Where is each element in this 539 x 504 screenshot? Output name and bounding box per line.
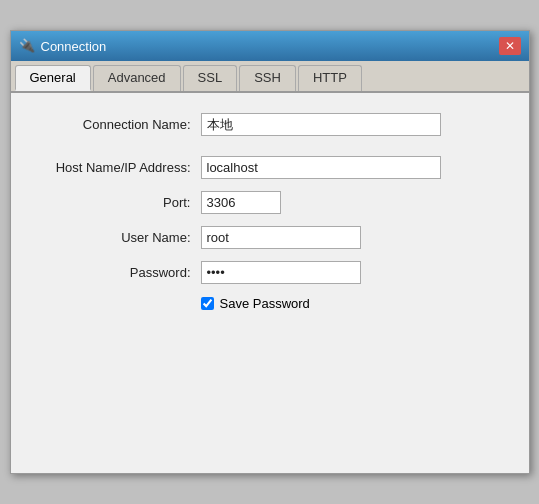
port-input[interactable] — [201, 191, 281, 214]
password-label: Password: — [31, 265, 201, 280]
tab-ssh[interactable]: SSH — [239, 65, 296, 91]
tab-general[interactable]: General — [15, 65, 91, 91]
tab-bar: General Advanced SSL SSH HTTP — [11, 61, 529, 93]
username-row: User Name: — [31, 226, 509, 249]
tab-ssl[interactable]: SSL — [183, 65, 238, 91]
username-input[interactable] — [201, 226, 361, 249]
save-password-label: Save Password — [220, 296, 310, 311]
password-row: Password: — [31, 261, 509, 284]
close-button[interactable]: ✕ — [499, 37, 521, 55]
port-row: Port: — [31, 191, 509, 214]
tab-advanced[interactable]: Advanced — [93, 65, 181, 91]
username-label: User Name: — [31, 230, 201, 245]
connection-dialog: 🔌 Connection ✕ General Advanced SSL SSH … — [10, 30, 530, 474]
host-input[interactable] — [201, 156, 441, 179]
tab-http[interactable]: HTTP — [298, 65, 362, 91]
host-row: Host Name/IP Address: — [31, 156, 509, 179]
port-label: Port: — [31, 195, 201, 210]
title-bar-left: 🔌 Connection — [19, 38, 107, 54]
connection-name-row: Connection Name: — [31, 113, 509, 136]
save-password-row: Save Password — [201, 296, 509, 311]
host-label: Host Name/IP Address: — [31, 160, 201, 175]
password-input[interactable] — [201, 261, 361, 284]
window-icon: 🔌 — [19, 38, 35, 54]
form-content: Connection Name: Host Name/IP Address: P… — [11, 93, 529, 473]
title-bar: 🔌 Connection ✕ — [11, 31, 529, 61]
connection-name-input[interactable] — [201, 113, 441, 136]
save-password-checkbox[interactable] — [201, 297, 214, 310]
window-title: Connection — [41, 39, 107, 54]
connection-name-label: Connection Name: — [31, 117, 201, 132]
